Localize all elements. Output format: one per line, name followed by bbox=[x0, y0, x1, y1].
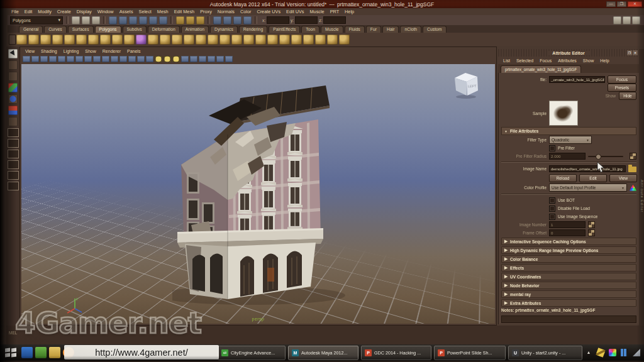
view-cube[interactable]: LEFT bbox=[448, 69, 484, 101]
notes-textarea[interactable] bbox=[501, 315, 636, 323]
shelf-tab-polygons[interactable]: Polygons bbox=[95, 26, 121, 33]
snap-tool-icon[interactable] bbox=[159, 16, 167, 25]
last-tool-icon[interactable] bbox=[8, 117, 18, 126]
poly-tool-icon[interactable] bbox=[303, 35, 314, 45]
viewport-toolbar-icon[interactable] bbox=[146, 56, 153, 62]
network-tray-icon[interactable] bbox=[633, 349, 640, 356]
poly-tool-icon[interactable] bbox=[315, 35, 326, 45]
pen-tray-icon[interactable] bbox=[596, 348, 605, 357]
panel-restore-icon[interactable]: ❐ bbox=[627, 50, 632, 55]
menu-item-assets[interactable]: Assets bbox=[119, 9, 133, 14]
shelf-tab-fur[interactable]: Fur bbox=[366, 26, 381, 33]
panel-menu-panels[interactable]: Panels bbox=[127, 49, 140, 53]
poly-tool-icon[interactable] bbox=[339, 35, 350, 45]
ae-menu-list[interactable]: List bbox=[503, 58, 510, 63]
outlook-taskbar-icon[interactable] bbox=[21, 347, 33, 358]
poly-tool-icon[interactable] bbox=[243, 35, 254, 45]
render-tool-icon[interactable] bbox=[213, 16, 221, 25]
scene-file-icon[interactable] bbox=[72, 16, 80, 25]
y-input[interactable] bbox=[295, 16, 318, 24]
panel-toggle-icon[interactable] bbox=[632, 16, 640, 25]
shelf-tab-animation[interactable]: Animation bbox=[181, 26, 209, 33]
poly-tool-icon[interactable] bbox=[327, 35, 338, 45]
poly-primitive-icon[interactable] bbox=[16, 35, 27, 45]
scene-file-icon[interactable] bbox=[82, 16, 90, 25]
pre-filter-radius-slider[interactable] bbox=[588, 156, 623, 157]
poly-primitive-icon[interactable] bbox=[52, 35, 63, 45]
snap-tool-icon[interactable] bbox=[119, 16, 127, 25]
menu-item-edit-uvs[interactable]: Edit UVs bbox=[286, 9, 304, 14]
hide-button[interactable]: Hide bbox=[619, 92, 636, 100]
poly-tool-icon[interactable] bbox=[279, 35, 290, 45]
poly-tool-icon[interactable] bbox=[208, 35, 218, 45]
select-tool-icon[interactable] bbox=[8, 49, 18, 58]
viewport-display-icon[interactable] bbox=[208, 56, 215, 62]
pre-filter-radius-field[interactable]: 2.000 bbox=[549, 153, 586, 160]
menu-item-color[interactable]: Color bbox=[240, 9, 251, 14]
z-input[interactable] bbox=[323, 16, 346, 24]
close-button[interactable]: ✕ bbox=[628, 1, 642, 7]
snap-tool-icon[interactable] bbox=[149, 16, 157, 25]
shelf-tab-general[interactable]: General bbox=[19, 26, 43, 33]
history-tool-icon[interactable] bbox=[186, 16, 194, 25]
menu-item-help[interactable]: Help bbox=[345, 9, 354, 14]
panel-close-icon[interactable]: ✕ bbox=[633, 50, 638, 55]
menu-item-display[interactable]: Display bbox=[77, 9, 92, 14]
section-mental-ray[interactable]: ▶ mental ray bbox=[501, 290, 636, 298]
frame-offset-field[interactable]: 0 bbox=[549, 229, 586, 236]
poly-primitive-icon[interactable] bbox=[124, 35, 135, 45]
section-interactive-sequence-caching[interactable]: ▶ Interactive Sequence Caching Options bbox=[501, 238, 636, 245]
viewport-display-icon[interactable] bbox=[190, 56, 197, 62]
viewport-toolbar-icon[interactable] bbox=[49, 56, 57, 62]
section-uv-coordinates[interactable]: ▶ UV Coordinates bbox=[501, 273, 636, 280]
rotate-tool-icon[interactable] bbox=[8, 94, 18, 104]
color-profile-dropdown[interactable]: Use Default Input Profile ▼ bbox=[549, 184, 627, 192]
poly-primitive-icon[interactable] bbox=[88, 35, 99, 45]
viewport-lighting-icon[interactable] bbox=[164, 56, 171, 62]
render-tool-icon[interactable] bbox=[243, 16, 252, 25]
viewport-layout-button[interactable] bbox=[8, 150, 19, 158]
panel-menu-lighting[interactable]: Lighting bbox=[64, 49, 79, 53]
shelf-tab-deformation[interactable]: Deformation bbox=[148, 26, 180, 33]
menu-item-normals[interactable]: Normals bbox=[218, 9, 235, 14]
viewport-lighting-icon[interactable] bbox=[155, 56, 162, 62]
viewport-display-icon[interactable] bbox=[181, 56, 189, 62]
taskbar-button-gdc-presentation[interactable]: P GDC 2014 - Hacking ... bbox=[361, 346, 431, 360]
panel-toggle-icon[interactable] bbox=[613, 16, 621, 25]
shelf-tab-rendering[interactable]: Rendering bbox=[239, 26, 267, 33]
shelf-tab-ncloth[interactable]: nCloth bbox=[400, 26, 421, 33]
viewport-toolbar-icon[interactable] bbox=[67, 56, 74, 62]
viewport-toolbar-icon[interactable] bbox=[111, 56, 118, 62]
menu-item-create-uvs[interactable]: Create UVs bbox=[257, 9, 280, 14]
disable-file-load-checkbox[interactable] bbox=[549, 206, 555, 212]
menu-set-selector[interactable]: Polygons ▾ bbox=[10, 16, 63, 25]
shelf-tab-painteffects[interactable]: PaintEffects bbox=[269, 26, 300, 33]
menu-item-window[interactable]: Window bbox=[97, 9, 114, 14]
shelf-tab-custom[interactable]: Custom bbox=[423, 26, 446, 33]
taskbar-button-cityengine[interactable]: ci CityEngine Advance... bbox=[218, 346, 286, 360]
app-taskbar-icon[interactable] bbox=[35, 347, 47, 358]
poly-primitive-icon[interactable] bbox=[76, 35, 87, 45]
viewport-toolbar-icon[interactable] bbox=[40, 56, 48, 62]
viewport-toolbar-icon[interactable] bbox=[58, 56, 65, 62]
section-extra-attributes[interactable]: ▶ Extra Attributes bbox=[501, 299, 636, 307]
menu-item-edit-mesh[interactable]: Edit Mesh bbox=[174, 9, 194, 14]
viewport-layout-button[interactable] bbox=[8, 160, 19, 169]
ae-menu-attributes[interactable]: Attributes bbox=[558, 58, 577, 63]
menu-item-modify[interactable]: Modify bbox=[38, 9, 52, 14]
viewport-toolbar-icon[interactable] bbox=[102, 56, 109, 62]
menu-item-select[interactable]: Select bbox=[139, 9, 152, 14]
shelf-tab-curves[interactable]: Curves bbox=[44, 26, 67, 33]
viewport-toolbar-icon[interactable] bbox=[23, 56, 30, 62]
poly-cube-colored-icon[interactable] bbox=[136, 35, 147, 45]
menu-item-proxy[interactable]: Proxy bbox=[200, 9, 212, 14]
snap-tool-icon[interactable] bbox=[109, 16, 117, 25]
menu-item-file[interactable]: File bbox=[11, 9, 19, 14]
ae-menu-help[interactable]: Help bbox=[600, 58, 609, 63]
paint-select-tool-icon[interactable] bbox=[8, 72, 18, 81]
use-bot-checkbox[interactable] bbox=[549, 197, 555, 204]
viewport-display-icon[interactable] bbox=[199, 56, 206, 62]
panel-menu-show[interactable]: Show bbox=[85, 49, 96, 53]
poly-tool-icon[interactable] bbox=[231, 35, 242, 45]
x-input[interactable] bbox=[267, 16, 289, 24]
